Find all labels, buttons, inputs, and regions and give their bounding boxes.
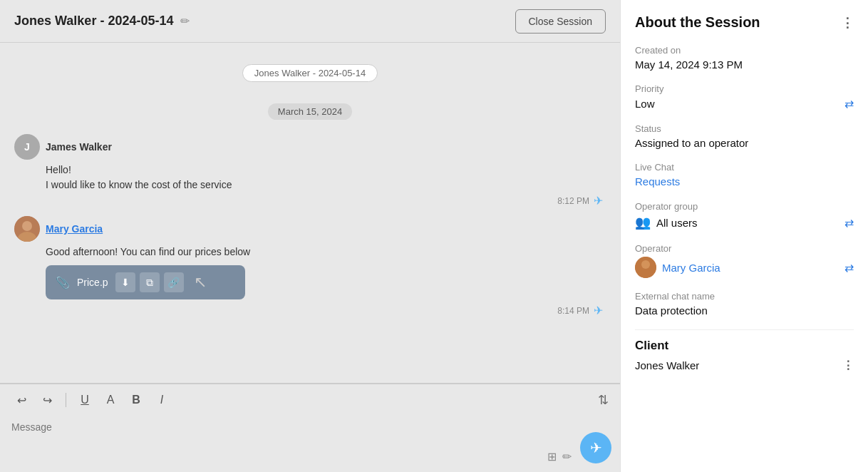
file-actions: ⬇ ⧉ 🔗 [115,272,184,292]
send-button[interactable]: ✈ [580,432,611,463]
operator-name-row: Mary Garcia [635,257,720,278]
edit-icon[interactable]: ✏ [180,14,190,28]
client-section: Client Jones Walker ⋮ [635,339,854,372]
operator-message-meta: 8:14 PM ✈ [46,304,606,317]
client-name-row: Jones Walker ⋮ [635,359,854,372]
operator-group-section: Operator group 👥 All users ⇄ [635,201,854,230]
operator-content: Good afternoon! You can find our prices … [14,245,606,317]
operator-sender: Mary Garcia [14,216,606,242]
date-label: March 15, 2024 [14,103,606,120]
message-input[interactable] [11,421,577,444]
live-chat-label: Live Chat [635,162,854,173]
date-label-text: March 15, 2024 [268,103,352,120]
created-section: Created on May 14, 2024 9:13 PM [635,45,854,71]
visitor-name: James Walker [46,141,112,153]
operator-name-link[interactable]: Mary Garcia [662,262,720,274]
info-panel: About the Session ⋮ Created on May 14, 2… [620,0,868,472]
operator-name[interactable]: Mary Garcia [46,223,103,235]
panel-header: About the Session ⋮ [635,14,854,31]
grid-icon-button[interactable]: ⊞ [547,450,557,463]
expand-button[interactable]: ⇅ [598,392,609,408]
status-section: Status Assigned to an operator [635,123,854,149]
telegram-icon-operator: ✈ [594,304,603,317]
visitor-message-meta: 8:12 PM ✈ [46,194,606,207]
visitor-message-1: Hello! [46,163,606,178]
live-chat-section: Live Chat Requests [635,162,854,188]
operator-group-row: 👥 All users ⇄ [635,215,854,230]
external-chat-label: External chat name [635,291,854,302]
status-value: Assigned to an operator [635,137,854,149]
priority-row: Low ⇄ [635,97,854,111]
redo-button[interactable]: ↪ [37,390,57,410]
operator-group-value: All users [656,217,698,229]
file-attachment[interactable]: 📎 Price.p ⬇ ⧉ 🔗 ↖ [46,265,245,299]
client-section-title: Client [635,339,854,353]
status-label: Status [635,123,854,134]
download-button[interactable]: ⬇ [115,272,135,292]
operator-panel-avatar [635,257,656,278]
italic-button[interactable]: I [152,390,172,410]
paperclip-icon: 📎 [56,276,70,289]
panel-more-button[interactable]: ⋮ [841,15,854,31]
external-chat-value: Data protection [635,304,854,317]
close-session-button[interactable]: Close Session [515,9,606,34]
visitor-sender: J James Walker [14,134,606,160]
pencil-icon-button[interactable]: ✏ [562,450,572,463]
telegram-icon-visitor: ✈ [594,194,603,207]
operator-group-label: Operator group [635,201,854,212]
external-chat-section: External chat name Data protection [635,291,854,317]
bold-button[interactable]: B [126,390,146,410]
client-more-button[interactable]: ⋮ [842,359,854,372]
visitor-avatar: J [14,134,40,160]
editor-toolbar: ↩ ↪ U A B I ⇅ [0,384,620,416]
input-bottom-row: ⊞ ✏ [11,447,577,466]
operator-message-row: Mary Garcia Good afternoon! You can find… [14,216,606,317]
priority-value: Low [635,98,655,110]
visitor-message-content: Hello! I would like to know the cost of … [14,163,606,207]
created-value: May 14, 2024 9:13 PM [635,58,854,71]
section-divider [635,329,854,330]
operator-section: Operator Mary Garcia ⇄ [635,243,854,278]
operator-row: Mary Garcia ⇄ [635,257,854,278]
panel-title: About the Session [635,14,760,31]
toolbar-divider-1 [66,393,66,407]
toolbar-left: ↩ ↪ U A B I [11,390,172,410]
group-icon: 👥 [635,215,651,230]
editor-container: ↩ ↪ U A B I ⇅ ⊞ ✏ ✈ [0,383,620,472]
copy-button[interactable]: ⧉ [140,272,160,292]
messages-area: Jones Walker - 2024-05-14 March 15, 2024… [0,43,620,383]
priority-label: Priority [635,83,854,94]
chat-header: Jones Walker - 2024-05-14 ✏ Close Sessio… [0,0,620,43]
visitor-message-2: I would like to know the cost of the ser… [46,178,606,193]
visitor-message-time: 8:12 PM [557,196,589,206]
chat-title: Jones Walker - 2024-05-14 [14,14,173,29]
undo-button[interactable]: ↩ [11,390,31,410]
client-name: Jones Walker [635,359,699,371]
operator-avatar [14,216,40,242]
message-input-area: ⊞ ✏ ✈ [0,416,620,472]
file-name: Price.p [77,277,108,288]
operator-message-text: Good afternoon! You can find our prices … [46,245,606,260]
font-button[interactable]: A [100,390,120,410]
svg-point-1 [22,221,32,231]
operator-swap-icon[interactable]: ⇄ [844,261,854,275]
operator-label: Operator [635,243,854,254]
priority-section: Priority Low ⇄ [635,83,854,111]
priority-swap-icon[interactable]: ⇄ [844,97,854,111]
session-label: Jones Walker - 2024-05-14 [14,64,606,82]
live-chat-link[interactable]: Requests [635,175,680,188]
session-label-text: Jones Walker - 2024-05-14 [242,64,378,82]
underline-button[interactable]: U [75,390,95,410]
operator-message-time: 8:14 PM [557,306,589,316]
svg-point-4 [641,260,650,269]
cursor-icon: ↖ [194,273,207,292]
created-label: Created on [635,45,854,56]
link-button[interactable]: 🔗 [164,272,184,292]
operator-group-swap-icon[interactable]: ⇄ [844,216,854,230]
group-row: 👥 All users [635,215,698,230]
visitor-message-row: J James Walker Hello! I would like to kn… [14,134,606,207]
chat-title-area: Jones Walker - 2024-05-14 ✏ [14,14,190,29]
